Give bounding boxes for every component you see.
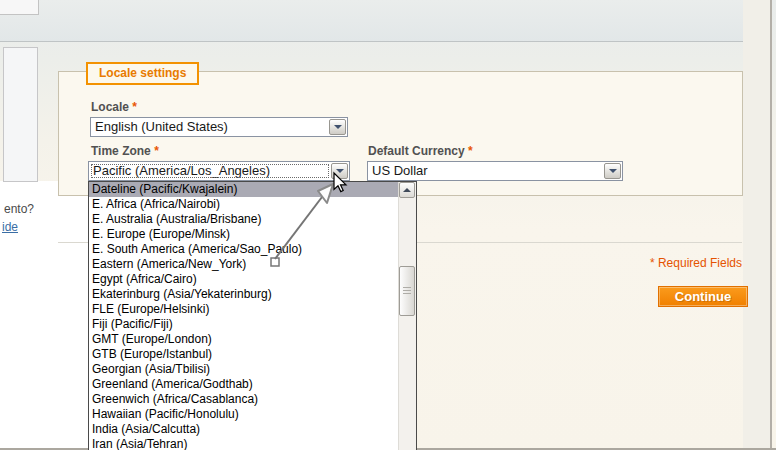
chevron-up-icon: [403, 188, 411, 192]
timezone-option[interactable]: FLE (Europe/Helsinki): [89, 302, 416, 317]
timezone-label: Time Zone *: [91, 144, 159, 158]
localization-page: Localization ento? ide Locale settings L…: [0, 0, 776, 450]
required-asterisk: *: [132, 100, 137, 114]
continue-button[interactable]: Continue: [658, 286, 748, 307]
timezone-option[interactable]: Fiji (Pacific/Fiji): [89, 317, 416, 332]
timezone-option[interactable]: Dateline (Pacific/Kwajalein): [89, 182, 416, 197]
timezone-option[interactable]: GTB (Europe/Istanbul): [89, 347, 416, 362]
timezone-option[interactable]: Eastern (America/New_York): [89, 257, 416, 272]
locale-select[interactable]: English (United States): [90, 117, 348, 137]
required-fields-note: * Required Fields: [442, 256, 742, 270]
locale-select-value: English (United States): [95, 119, 228, 134]
currency-label: Default Currency *: [368, 144, 473, 158]
window-border-right: [770, 0, 772, 450]
dropdown-scrollbar[interactable]: [398, 182, 416, 450]
chevron-down-icon: [334, 125, 342, 129]
page-right-margin: [743, 0, 770, 450]
currency-select-value: US Dollar: [372, 163, 428, 178]
timezone-option[interactable]: E. Australia (Australia/Brisbane): [89, 212, 416, 227]
timezone-option[interactable]: Egypt (Africa/Cairo): [89, 272, 416, 287]
sidebar-box: [3, 47, 38, 182]
timezone-option[interactable]: E. Europe (Europe/Minsk): [89, 227, 416, 242]
required-asterisk: *: [468, 144, 473, 158]
scrollbar-grip-icon: [403, 287, 411, 295]
timezone-option[interactable]: India (Asia/Calcutta): [89, 422, 416, 437]
timezone-option[interactable]: Hawaiian (Pacific/Honolulu): [89, 407, 416, 422]
locale-settings-legend: Locale settings: [86, 62, 199, 85]
timezone-option[interactable]: Iran (Asia/Tehran): [89, 437, 416, 450]
timezone-option[interactable]: E. South America (America/Sao_Paulo): [89, 242, 416, 257]
timezone-option[interactable]: E. Africa (Africa/Nairobi): [89, 197, 416, 212]
timezone-option[interactable]: GMT (Europe/London): [89, 332, 416, 347]
timezone-select-value: Pacific (America/Los_Angeles): [93, 163, 270, 178]
timezone-select[interactable]: Pacific (America/Los_Angeles): [88, 161, 350, 181]
required-asterisk: *: [154, 144, 159, 158]
chevron-down-icon: [336, 169, 344, 173]
currency-select-dropdown-button[interactable]: [604, 163, 621, 179]
timezone-option[interactable]: Greenland (America/Godthab): [89, 377, 416, 392]
sidebar-link-fragment[interactable]: ide: [2, 220, 18, 234]
scrollbar-up-button[interactable]: [399, 182, 415, 198]
timezone-option[interactable]: Ekaterinburg (Asia/Yekaterinburg): [89, 287, 416, 302]
locale-label: Locale *: [91, 100, 137, 114]
timezone-option[interactable]: Georgian (Asia/Tbilisi): [89, 362, 416, 377]
page-header-band: [0, 0, 743, 42]
sidebar-text-fragment: ento?: [4, 202, 34, 216]
currency-select[interactable]: US Dollar: [367, 161, 623, 181]
chevron-down-icon: [609, 169, 617, 173]
locale-select-dropdown-button[interactable]: [329, 119, 346, 135]
timezone-select-dropdown-button[interactable]: [331, 163, 348, 179]
sidebar-top-box: [0, 0, 39, 15]
timezone-option[interactable]: Greenwich (Africa/Casablanca): [89, 392, 416, 407]
timezone-dropdown-list: Dateline (Pacific/Kwajalein) E. Africa (…: [88, 181, 417, 450]
scrollbar-thumb[interactable]: [399, 266, 415, 316]
